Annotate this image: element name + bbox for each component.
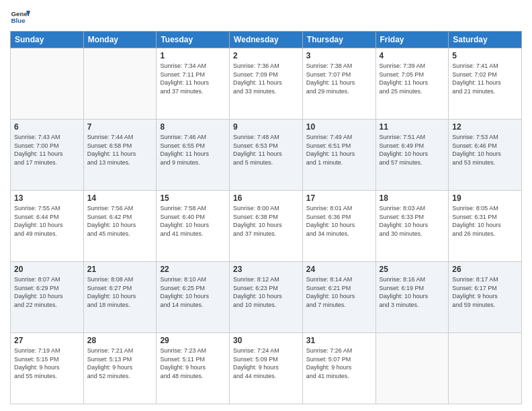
day-info: Sunrise: 7:48 AM Sunset: 6:53 PM Dayligh… <box>233 133 299 167</box>
day-number: 15 <box>160 193 226 203</box>
calendar-cell: 15Sunrise: 7:58 AM Sunset: 6:40 PM Dayli… <box>157 191 230 262</box>
day-info: Sunrise: 7:56 AM Sunset: 6:42 PM Dayligh… <box>87 204 153 238</box>
day-number: 27 <box>14 336 80 345</box>
weekday-header-tuesday: Tuesday <box>157 32 230 48</box>
calendar-cell: 25Sunrise: 8:16 AM Sunset: 6:19 PM Dayli… <box>375 262 449 333</box>
calendar-cell: 20Sunrise: 8:07 AM Sunset: 6:29 PM Dayli… <box>11 262 84 333</box>
day-number: 19 <box>452 193 518 203</box>
day-info: Sunrise: 7:44 AM Sunset: 6:58 PM Dayligh… <box>87 133 153 167</box>
day-info: Sunrise: 7:24 AM Sunset: 5:09 PM Dayligh… <box>233 347 299 380</box>
day-info: Sunrise: 7:38 AM Sunset: 7:07 PM Dayligh… <box>306 62 372 95</box>
weekday-header-monday: Monday <box>83 32 157 48</box>
day-number: 16 <box>233 193 299 203</box>
day-info: Sunrise: 8:07 AM Sunset: 6:29 PM Dayligh… <box>14 275 80 309</box>
calendar-cell: 6Sunrise: 7:43 AM Sunset: 7:00 PM Daylig… <box>11 120 84 191</box>
svg-text:Blue: Blue <box>11 17 26 24</box>
day-number: 6 <box>14 122 80 132</box>
calendar-week-row: 6Sunrise: 7:43 AM Sunset: 7:00 PM Daylig… <box>11 120 522 191</box>
day-info: Sunrise: 8:10 AM Sunset: 6:25 PM Dayligh… <box>160 275 226 309</box>
day-number: 5 <box>452 51 518 60</box>
weekday-header-wednesday: Wednesday <box>230 32 303 48</box>
calendar-cell: 23Sunrise: 8:12 AM Sunset: 6:23 PM Dayli… <box>230 262 303 333</box>
calendar-cell: 11Sunrise: 7:51 AM Sunset: 6:49 PM Dayli… <box>375 120 449 191</box>
day-number: 18 <box>380 193 445 203</box>
weekday-header-sunday: Sunday <box>11 32 84 48</box>
day-info: Sunrise: 7:58 AM Sunset: 6:40 PM Dayligh… <box>160 204 226 238</box>
calendar-cell: 30Sunrise: 7:24 AM Sunset: 5:09 PM Dayli… <box>230 333 303 404</box>
day-number: 7 <box>87 122 153 132</box>
day-number: 28 <box>87 336 153 345</box>
page: General Blue SundayMondayTuesdayWednesda… <box>0 0 532 411</box>
day-info: Sunrise: 8:03 AM Sunset: 6:33 PM Dayligh… <box>380 204 445 238</box>
calendar-cell: 5Sunrise: 7:41 AM Sunset: 7:02 PM Daylig… <box>449 48 522 120</box>
header: General Blue <box>10 7 522 27</box>
day-number: 31 <box>306 336 372 345</box>
day-info: Sunrise: 8:14 AM Sunset: 6:21 PM Dayligh… <box>306 275 372 309</box>
calendar-cell <box>449 333 522 404</box>
calendar-table: SundayMondayTuesdayWednesdayThursdayFrid… <box>10 31 522 404</box>
calendar-cell: 3Sunrise: 7:38 AM Sunset: 7:07 PM Daylig… <box>302 48 375 120</box>
calendar-cell: 18Sunrise: 8:03 AM Sunset: 6:33 PM Dayli… <box>375 191 449 262</box>
calendar-cell: 17Sunrise: 8:01 AM Sunset: 6:36 PM Dayli… <box>302 191 375 262</box>
day-info: Sunrise: 7:21 AM Sunset: 5:13 PM Dayligh… <box>87 347 153 380</box>
calendar-cell: 29Sunrise: 7:23 AM Sunset: 5:11 PM Dayli… <box>157 333 230 404</box>
calendar-cell: 2Sunrise: 7:36 AM Sunset: 7:09 PM Daylig… <box>230 48 303 120</box>
day-number: 3 <box>306 51 372 60</box>
day-info: Sunrise: 7:43 AM Sunset: 7:00 PM Dayligh… <box>14 133 80 167</box>
calendar-cell <box>375 333 449 404</box>
weekday-header-row: SundayMondayTuesdayWednesdayThursdayFrid… <box>11 32 522 48</box>
calendar-cell: 24Sunrise: 8:14 AM Sunset: 6:21 PM Dayli… <box>302 262 375 333</box>
day-number: 22 <box>160 265 226 274</box>
day-number: 10 <box>306 122 372 132</box>
day-number: 17 <box>306 193 372 203</box>
calendar-cell: 7Sunrise: 7:44 AM Sunset: 6:58 PM Daylig… <box>83 120 157 191</box>
calendar-week-row: 20Sunrise: 8:07 AM Sunset: 6:29 PM Dayli… <box>11 262 522 333</box>
day-number: 23 <box>233 265 299 274</box>
day-number: 24 <box>306 265 372 274</box>
day-number: 29 <box>160 336 226 345</box>
day-info: Sunrise: 8:00 AM Sunset: 6:38 PM Dayligh… <box>233 204 299 238</box>
calendar-cell: 21Sunrise: 8:08 AM Sunset: 6:27 PM Dayli… <box>83 262 157 333</box>
day-number: 11 <box>380 122 445 132</box>
calendar-cell: 19Sunrise: 8:05 AM Sunset: 6:31 PM Dayli… <box>449 191 522 262</box>
day-number: 12 <box>452 122 518 132</box>
day-number: 13 <box>14 193 80 203</box>
calendar-week-row: 27Sunrise: 7:19 AM Sunset: 5:15 PM Dayli… <box>11 333 522 404</box>
calendar-week-row: 1Sunrise: 7:34 AM Sunset: 7:11 PM Daylig… <box>11 48 522 120</box>
calendar-cell: 22Sunrise: 8:10 AM Sunset: 6:25 PM Dayli… <box>157 262 230 333</box>
weekday-header-friday: Friday <box>375 32 449 48</box>
day-number: 25 <box>380 265 445 274</box>
day-info: Sunrise: 7:36 AM Sunset: 7:09 PM Dayligh… <box>233 62 299 95</box>
weekday-header-saturday: Saturday <box>449 32 522 48</box>
calendar-cell: 10Sunrise: 7:49 AM Sunset: 6:51 PM Dayli… <box>302 120 375 191</box>
day-info: Sunrise: 7:46 AM Sunset: 6:55 PM Dayligh… <box>160 133 226 167</box>
calendar-cell <box>11 48 84 120</box>
calendar-cell: 26Sunrise: 8:17 AM Sunset: 6:17 PM Dayli… <box>449 262 522 333</box>
day-info: Sunrise: 8:05 AM Sunset: 6:31 PM Dayligh… <box>452 204 518 238</box>
day-number: 30 <box>233 336 299 345</box>
day-number: 9 <box>233 122 299 132</box>
day-number: 26 <box>452 265 518 274</box>
weekday-header-thursday: Thursday <box>302 32 375 48</box>
day-number: 21 <box>87 265 153 274</box>
day-info: Sunrise: 8:17 AM Sunset: 6:17 PM Dayligh… <box>452 275 518 309</box>
day-number: 8 <box>160 122 226 132</box>
day-info: Sunrise: 7:26 AM Sunset: 5:07 PM Dayligh… <box>306 347 372 380</box>
day-number: 4 <box>380 51 445 60</box>
calendar-cell: 12Sunrise: 7:53 AM Sunset: 6:46 PM Dayli… <box>449 120 522 191</box>
day-info: Sunrise: 7:23 AM Sunset: 5:11 PM Dayligh… <box>160 347 226 380</box>
day-number: 2 <box>233 51 299 60</box>
day-info: Sunrise: 7:53 AM Sunset: 6:46 PM Dayligh… <box>452 133 518 167</box>
day-info: Sunrise: 7:39 AM Sunset: 7:05 PM Dayligh… <box>380 62 445 95</box>
day-info: Sunrise: 8:01 AM Sunset: 6:36 PM Dayligh… <box>306 204 372 238</box>
day-info: Sunrise: 7:55 AM Sunset: 6:44 PM Dayligh… <box>14 204 80 238</box>
day-info: Sunrise: 7:34 AM Sunset: 7:11 PM Dayligh… <box>160 62 226 95</box>
logo: General Blue <box>10 7 30 27</box>
day-info: Sunrise: 7:49 AM Sunset: 6:51 PM Dayligh… <box>306 133 372 167</box>
calendar-cell: 9Sunrise: 7:48 AM Sunset: 6:53 PM Daylig… <box>230 120 303 191</box>
calendar-cell: 28Sunrise: 7:21 AM Sunset: 5:13 PM Dayli… <box>83 333 157 404</box>
day-info: Sunrise: 7:51 AM Sunset: 6:49 PM Dayligh… <box>380 133 445 167</box>
calendar-cell: 31Sunrise: 7:26 AM Sunset: 5:07 PM Dayli… <box>302 333 375 404</box>
calendar-cell <box>83 48 157 120</box>
day-info: Sunrise: 7:41 AM Sunset: 7:02 PM Dayligh… <box>452 62 518 95</box>
